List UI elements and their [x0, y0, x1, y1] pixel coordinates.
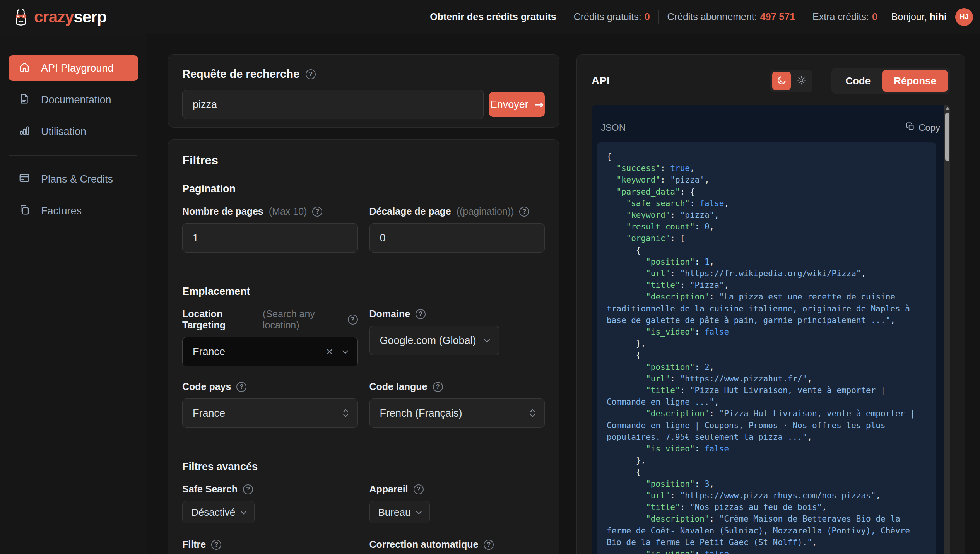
user-greeting: Bonjour, hihi	[891, 11, 947, 22]
help-icon[interactable]: ?	[211, 540, 221, 550]
language-code-value: French (Français)	[380, 407, 462, 419]
pages-hint: (Max 10)	[269, 206, 307, 217]
extra-credits-stat: Extra crédits:0	[812, 11, 877, 22]
country-code-field: Code pays ? France	[182, 381, 358, 428]
domain-select[interactable]: Google.com (Global)	[369, 326, 499, 355]
help-icon[interactable]: ?	[243, 484, 253, 494]
help-icon[interactable]: ?	[306, 69, 316, 79]
clear-icon[interactable]: ×	[326, 346, 333, 357]
sidebar-item-label: API Playground	[41, 62, 114, 74]
top-header: crazyserp Obtenir des crédits gratuits C…	[0, 0, 980, 34]
autocorrect-field: Correction automatique ? 0 - Inclure	[369, 539, 545, 554]
scrollbar-thumb[interactable]	[945, 113, 949, 161]
country-code-value: France	[193, 407, 225, 419]
sun-icon	[796, 75, 807, 87]
select-updown-icon	[531, 409, 534, 417]
theme-toggle	[770, 70, 812, 92]
moon-icon	[776, 75, 787, 87]
arrow-right-icon: →	[535, 98, 544, 111]
language-code-select[interactable]: French (Français)	[369, 398, 545, 428]
pages-field: Nombre de pages (Max 10) ? 1	[182, 206, 358, 253]
avatar[interactable]: HJ	[955, 8, 973, 26]
search-card-title: Requête de recherche	[182, 68, 299, 80]
separator	[804, 10, 804, 24]
sidebar-item-label: Plans & Credits	[41, 173, 113, 185]
copy-button[interactable]: Copy	[906, 122, 940, 133]
section-title-location: Emplacement	[182, 286, 545, 298]
search-query-input[interactable]	[182, 90, 484, 119]
copy-label: Copy	[918, 122, 940, 133]
light-theme-button[interactable]	[792, 72, 811, 90]
send-button[interactable]: Envoyer →	[489, 92, 545, 117]
separator	[658, 10, 659, 24]
help-icon[interactable]: ?	[414, 484, 424, 494]
json-scrollbar[interactable]	[944, 105, 950, 554]
brand-logo[interactable]: crazyserp	[12, 8, 106, 26]
help-icon[interactable]: ?	[416, 309, 426, 319]
sidebar-item-api-playground[interactable]: API Playground	[9, 55, 138, 81]
section-divider	[182, 270, 545, 270]
scrollbar-up-arrow-icon[interactable]	[946, 107, 949, 110]
device-field: Appareil ? Bureau	[369, 484, 545, 523]
help-icon[interactable]: ?	[348, 315, 358, 325]
bar-chart-icon	[19, 125, 30, 139]
search-query-card: Requête de recherche ? Envoyer →	[168, 54, 559, 128]
location-targeting-label: Location Targeting	[182, 308, 257, 331]
sidebar-item-plans-credits[interactable]: Plans & Credits	[9, 166, 138, 192]
chevron-down-icon	[241, 508, 247, 514]
domain-label: Domaine	[369, 308, 410, 320]
copy-icon	[906, 122, 915, 133]
api-panel: API Code Réponse	[576, 54, 965, 554]
page-offset-input[interactable]: 0	[369, 223, 545, 253]
api-panel-title: API	[592, 75, 610, 87]
language-code-label: Code langue	[369, 381, 428, 392]
filter-field: Filtre ? 1 - Activé	[182, 539, 358, 554]
page-offset-hint: ((pagination))	[457, 206, 514, 217]
json-code-panel: { "success": true, "keyword": "pizza", "…	[597, 142, 936, 554]
free-credits-link[interactable]: Obtenir des crédits gratuits	[430, 11, 556, 22]
tab-reponse[interactable]: Réponse	[882, 70, 948, 92]
invoices-icon	[19, 204, 30, 218]
safe-search-field: Safe Search ? Désactivé	[182, 484, 358, 523]
chevron-down-icon	[342, 347, 348, 354]
view-tabs: Code Réponse	[831, 68, 950, 94]
json-code: { "success": true, "keyword": "pizza", "…	[597, 142, 936, 554]
sidebar-item-factures[interactable]: Factures	[9, 198, 138, 224]
country-code-select[interactable]: France	[182, 398, 358, 428]
select-updown-icon	[344, 409, 347, 417]
section-title-pagination: Pagination	[182, 183, 545, 195]
chevron-down-icon	[416, 508, 422, 514]
section-divider	[182, 445, 545, 445]
sidebar-divider	[9, 155, 137, 156]
section-title-advanced: Filtres avancés	[182, 461, 545, 473]
sidebar-item-label: Factures	[41, 205, 82, 217]
location-targeting-input[interactable]: France ×	[182, 337, 358, 366]
help-icon[interactable]: ?	[236, 382, 246, 392]
tab-code[interactable]: Code	[834, 70, 882, 92]
location-targeting-hint: (Search any location)	[263, 308, 342, 331]
autocorrect-label: Correction automatique	[369, 539, 479, 550]
dark-theme-button[interactable]	[772, 72, 791, 90]
brand-wordmark: crazyserp	[34, 8, 106, 26]
safe-search-label: Safe Search	[182, 484, 238, 495]
language-code-field: Code langue ? French (Français)	[369, 381, 545, 428]
pages-input[interactable]: 1	[182, 223, 358, 253]
safe-search-select[interactable]: Désactivé	[182, 501, 255, 523]
sidebar-item-utilisation[interactable]: Utilisation	[9, 119, 138, 144]
location-targeting-value: France	[193, 346, 225, 358]
help-icon[interactable]: ?	[312, 207, 322, 217]
mascot-icon	[12, 8, 29, 26]
sidebar-item-documentation[interactable]: Documentation	[9, 87, 138, 113]
domain-value: Google.com (Global)	[380, 335, 476, 347]
help-icon[interactable]: ?	[484, 540, 494, 550]
help-icon[interactable]: ?	[519, 207, 529, 217]
separator	[822, 71, 822, 91]
credit-card-icon	[19, 172, 30, 186]
separator	[565, 10, 565, 24]
country-code-label: Code pays	[182, 381, 231, 392]
help-icon[interactable]: ?	[433, 382, 443, 392]
device-value: Bureau	[378, 506, 411, 518]
device-select[interactable]: Bureau	[369, 501, 430, 523]
document-icon	[19, 93, 30, 107]
safe-search-value: Désactivé	[191, 506, 235, 518]
